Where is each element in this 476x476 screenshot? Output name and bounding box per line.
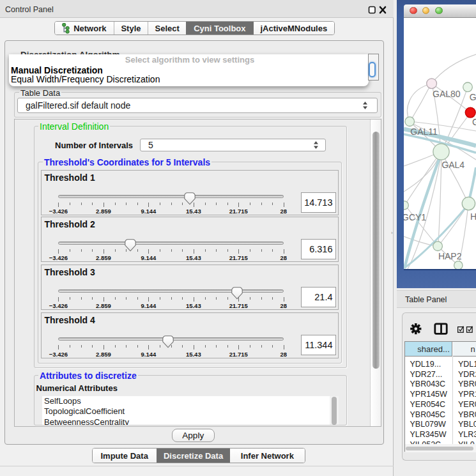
- svg-text:GCY1: GCY1: [404, 212, 426, 222]
- svg-text:HA: HA: [470, 211, 476, 222]
- svg-text:GAL4: GAL4: [441, 160, 464, 170]
- svg-text:HAP2: HAP2: [438, 251, 462, 261]
- svg-text:GC: GC: [472, 117, 476, 127]
- svg-text:GAL: GAL: [470, 92, 476, 102]
- svg-text:GAL11: GAL11: [410, 127, 438, 137]
- svg-text:GAL80: GAL80: [433, 89, 461, 99]
